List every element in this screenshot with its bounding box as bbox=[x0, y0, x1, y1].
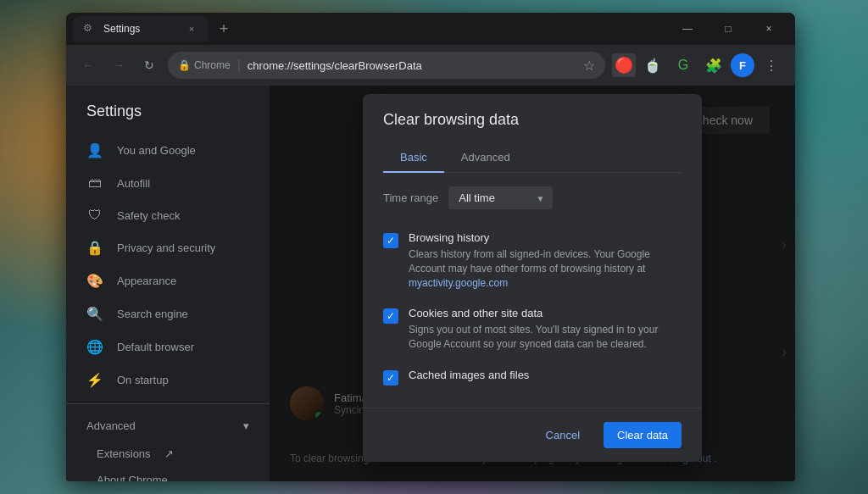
time-range-select-wrapper: Last hour Last 24 hours Last 7 days Last… bbox=[448, 186, 553, 209]
close-button[interactable]: × bbox=[749, 16, 788, 42]
shield-icon: 🛡 bbox=[86, 208, 103, 223]
sidebar-advanced-section[interactable]: Advanced ▾ bbox=[66, 411, 270, 441]
settings-tab-icon: ⚙ bbox=[83, 22, 97, 36]
back-button[interactable]: ← bbox=[76, 53, 100, 77]
sidebar-item-on-startup[interactable]: ⚡ On startup bbox=[66, 364, 270, 397]
url-bar[interactable]: 🔒 Chrome | chrome://settings/clearBrowse… bbox=[168, 52, 605, 79]
sidebar-label-about-chrome: About Chrome bbox=[97, 474, 168, 481]
startup-icon: ⚡ bbox=[86, 372, 103, 388]
option-cookies-desc: Signs you out of most sites. You'll stay… bbox=[409, 323, 682, 352]
time-range-row: Time range Last hour Last 24 hours Last … bbox=[363, 186, 702, 223]
privacy-icon: 🔒 bbox=[86, 240, 103, 256]
sidebar-item-autofill[interactable]: 🗃 Autofill bbox=[66, 167, 270, 199]
sidebar-item-about-chrome[interactable]: About Chrome bbox=[66, 467, 270, 481]
tab-close-button[interactable]: × bbox=[185, 22, 198, 36]
maximize-button[interactable]: □ bbox=[709, 16, 748, 42]
option-cached-title: Cached images and files bbox=[409, 369, 682, 381]
clear-browsing-data-dialog: Clear browsing data Basic Advanced Time … bbox=[363, 94, 702, 462]
option-cookies: Cookies and other site data Signs you ou… bbox=[383, 298, 682, 360]
sidebar-item-search-engine[interactable]: 🔍 Search engine bbox=[66, 297, 270, 330]
checkbox-cookies[interactable] bbox=[383, 308, 398, 324]
sidebar-label-extensions: Extensions bbox=[97, 447, 151, 460]
lock-icon: 🔒 bbox=[178, 59, 191, 71]
option-browsing-history: Browsing history Clears history from all… bbox=[383, 223, 682, 298]
browser-icon: 🌐 bbox=[86, 339, 103, 355]
clear-data-button[interactable]: Clear data bbox=[604, 422, 682, 448]
dialog-footer: Cancel Clear data bbox=[363, 408, 702, 462]
external-link-icon: ↗ bbox=[164, 447, 174, 460]
sidebar-label-autofill: Autofill bbox=[117, 177, 150, 190]
sidebar-label-you-and-google: You and Google bbox=[117, 144, 196, 157]
time-range-label: Time range bbox=[383, 191, 438, 204]
forward-button[interactable]: → bbox=[107, 53, 131, 77]
menu-button[interactable]: ⋮ bbox=[758, 52, 785, 79]
page-area: Check now › › Fatima Wahab Syncing to fa… bbox=[270, 86, 795, 481]
sidebar-label-on-startup: On startup bbox=[117, 374, 169, 386]
security-icon: 🔒 Chrome bbox=[178, 59, 231, 71]
sidebar: Settings 👤 You and Google 🗃 Autofill 🛡 S… bbox=[66, 86, 270, 481]
browser-window: ⚙ Settings × + — □ × ← → ↻ 🔒 Chrome | ch… bbox=[66, 13, 795, 481]
time-range-select[interactable]: Last hour Last 24 hours Last 7 days Last… bbox=[448, 186, 553, 209]
tab-advanced[interactable]: Advanced bbox=[444, 142, 527, 172]
sidebar-label-appearance: Appearance bbox=[117, 275, 176, 287]
sidebar-item-safety-check[interactable]: 🛡 Safety check bbox=[66, 199, 270, 231]
main-content: Settings 👤 You and Google 🗃 Autofill 🛡 S… bbox=[66, 86, 795, 481]
refresh-button[interactable]: ↻ bbox=[137, 53, 161, 77]
appearance-icon: 🎨 bbox=[86, 273, 103, 289]
extension-icon-2[interactable]: 🍵 bbox=[639, 52, 666, 79]
sidebar-title: Settings bbox=[66, 103, 270, 134]
browser-brand: Chrome bbox=[194, 59, 231, 71]
option-browsing-history-text: Browsing history Clears history from all… bbox=[409, 231, 682, 290]
address-bar: ← → ↻ 🔒 Chrome | chrome://settings/clear… bbox=[66, 45, 795, 86]
option-cached-text: Cached images and files bbox=[409, 369, 682, 386]
sidebar-item-appearance[interactable]: 🎨 Appearance bbox=[66, 264, 270, 297]
checkbox-browsing-history[interactable] bbox=[383, 233, 398, 248]
option-browsing-history-title: Browsing history bbox=[409, 231, 682, 244]
sidebar-item-extensions[interactable]: Extensions ↗ bbox=[66, 441, 270, 467]
options-scroll: Browsing history Clears history from all… bbox=[363, 223, 702, 394]
toolbar-icons: 🔴 🍵 G 🧩 F ⋮ bbox=[612, 52, 785, 79]
sidebar-label-privacy: Privacy and security bbox=[117, 241, 215, 254]
new-tab-button[interactable]: + bbox=[212, 17, 236, 41]
extension-icon-3[interactable]: G bbox=[670, 52, 697, 79]
sidebar-label-search-engine: Search engine bbox=[117, 308, 188, 320]
url-text: chrome://settings/clearBrowserData bbox=[248, 59, 422, 72]
sidebar-advanced-label: Advanced bbox=[86, 419, 136, 432]
sidebar-item-privacy[interactable]: 🔒 Privacy and security bbox=[66, 231, 270, 264]
person-icon: 👤 bbox=[86, 142, 103, 158]
sidebar-label-safety-check: Safety check bbox=[117, 209, 180, 222]
extensions-button[interactable]: 🧩 bbox=[700, 52, 727, 79]
sidebar-advanced-expand-icon: ▾ bbox=[243, 419, 249, 432]
sidebar-item-you-and-google[interactable]: 👤 You and Google bbox=[66, 134, 270, 167]
cancel-button[interactable]: Cancel bbox=[532, 422, 593, 448]
dialog-body: Time range Last hour Last 24 hours Last … bbox=[363, 173, 702, 408]
search-icon: 🔍 bbox=[86, 306, 103, 322]
autofill-icon: 🗃 bbox=[86, 175, 103, 191]
title-bar: ⚙ Settings × + — □ × bbox=[66, 13, 795, 45]
option-cached: Cached images and files bbox=[383, 360, 682, 394]
window-controls: — □ × bbox=[668, 16, 788, 42]
sidebar-label-default-browser: Default browser bbox=[117, 341, 194, 353]
myactivity-link[interactable]: myactivity.google.com bbox=[409, 277, 508, 289]
browser-tab[interactable]: ⚙ Settings × bbox=[73, 16, 209, 42]
minimize-button[interactable]: — bbox=[668, 16, 707, 42]
modal-backdrop: Clear browsing data Basic Advanced Time … bbox=[270, 86, 795, 481]
option-cookies-text: Cookies and other site data Signs you ou… bbox=[409, 307, 682, 352]
url-separator: | bbox=[237, 58, 241, 73]
tab-basic[interactable]: Basic bbox=[383, 142, 444, 172]
bookmark-icon[interactable]: ☆ bbox=[583, 58, 595, 74]
dialog-header: Clear browsing data Basic Advanced bbox=[363, 94, 702, 173]
profile-icon[interactable]: F bbox=[731, 53, 754, 77]
sidebar-divider bbox=[66, 403, 270, 404]
dialog-title: Clear browsing data bbox=[383, 111, 682, 129]
sidebar-item-default-browser[interactable]: 🌐 Default browser bbox=[66, 330, 270, 364]
option-cookies-title: Cookies and other site data bbox=[409, 307, 682, 319]
tab-title: Settings bbox=[103, 23, 178, 35]
extension-icon-1[interactable]: 🔴 bbox=[612, 53, 636, 77]
checkbox-cached[interactable] bbox=[383, 370, 398, 386]
option-browsing-history-desc: Clears history from all signed-in device… bbox=[409, 247, 682, 290]
dialog-tabs: Basic Advanced bbox=[383, 142, 682, 173]
